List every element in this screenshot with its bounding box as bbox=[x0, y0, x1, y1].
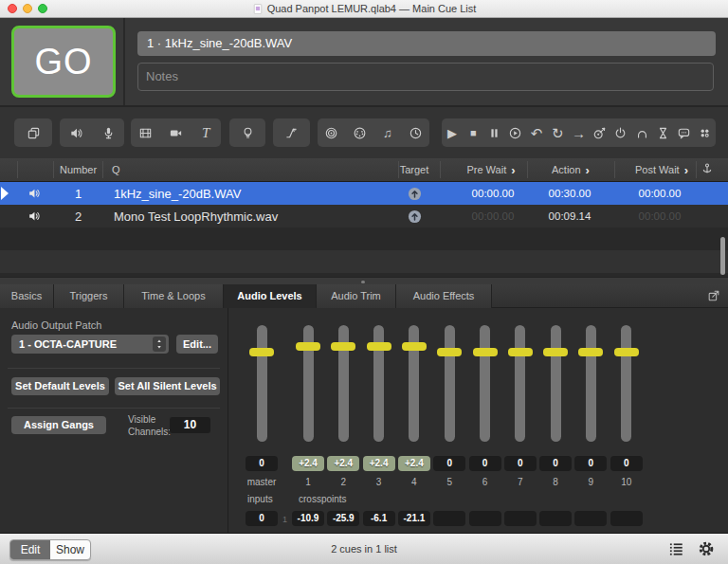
column-header-number[interactable]: Number bbox=[54, 158, 102, 181]
network-cue-button[interactable] bbox=[318, 118, 346, 147]
chevron-right-icon[interactable]: › bbox=[684, 163, 688, 177]
tab-triggers[interactable]: Triggers bbox=[54, 284, 124, 308]
splitter-handle[interactable] bbox=[0, 277, 728, 284]
level-value-4[interactable]: +2.4 bbox=[398, 456, 430, 471]
camera-cue-button[interactable] bbox=[161, 118, 191, 147]
fader-track-5[interactable] bbox=[445, 325, 455, 442]
chevron-right-icon[interactable]: › bbox=[586, 163, 590, 177]
crosspoint-value-8[interactable] bbox=[539, 511, 572, 526]
midi-file-cue-button[interactable]: ♫ bbox=[373, 118, 402, 147]
settings-button[interactable] bbox=[698, 540, 715, 561]
level-value-7[interactable]: 0 bbox=[504, 456, 537, 471]
memo-cue-button[interactable] bbox=[695, 118, 716, 147]
fader-handle-1[interactable] bbox=[296, 342, 320, 351]
cue-row[interactable]: 2Mono Test LoopRhythmic.wav00:00.0000:09… bbox=[0, 205, 728, 227]
notes-field[interactable]: Notes bbox=[137, 63, 714, 91]
wait-cue-button[interactable] bbox=[652, 118, 673, 147]
fader-track-8[interactable] bbox=[551, 325, 561, 442]
stop-cue-button[interactable]: ■ bbox=[463, 118, 483, 147]
goto-cue-button[interactable]: → bbox=[568, 118, 589, 147]
level-value-9[interactable]: 0 bbox=[574, 456, 607, 471]
detach-panel-button[interactable] bbox=[707, 289, 720, 306]
crosspoint-value-9[interactable] bbox=[574, 511, 607, 526]
light-cue-button[interactable] bbox=[229, 118, 265, 147]
fader-handle-2[interactable] bbox=[331, 342, 355, 351]
fader-track-master[interactable] bbox=[257, 325, 267, 442]
column-header-action[interactable]: Action› bbox=[527, 158, 614, 181]
column-header-post-wait[interactable]: Post Wait› bbox=[614, 158, 709, 181]
video-cue-button[interactable] bbox=[131, 118, 161, 147]
cue-lists-button[interactable] bbox=[667, 540, 684, 561]
mic-cue-button[interactable] bbox=[92, 118, 124, 147]
script-cue-button[interactable] bbox=[674, 118, 695, 147]
cue-row[interactable]: 11kHz_sine_-20dB.WAV00:00.0000:30.0000:0… bbox=[0, 182, 728, 205]
cue-title-field[interactable]: 1 · 1kHz_sine_-20dB.WAV bbox=[137, 31, 716, 56]
pause-cue-button[interactable] bbox=[483, 118, 504, 147]
load-cue-button[interactable]: ↻ bbox=[547, 118, 568, 147]
fader-handle-10[interactable] bbox=[614, 348, 639, 356]
reset-cue-button[interactable]: ↶ bbox=[526, 118, 547, 147]
edit-mode-button[interactable]: Edit bbox=[10, 540, 50, 559]
fader-handle-8[interactable] bbox=[543, 348, 568, 356]
assign-gangs-button[interactable]: Assign Gangs bbox=[11, 416, 106, 434]
visible-channels-field[interactable]: 10 bbox=[170, 417, 210, 433]
tab-audio-levels[interactable]: Audio Levels bbox=[224, 284, 317, 309]
fader-track-9[interactable] bbox=[586, 325, 596, 442]
set-all-silent-levels-button[interactable]: Set All Silent Levels bbox=[115, 377, 220, 395]
crosspoint-value-10[interactable] bbox=[610, 511, 643, 526]
play-cue-button[interactable]: ▶ bbox=[442, 118, 463, 147]
minimize-button[interactable] bbox=[23, 4, 32, 13]
fader-track-7[interactable] bbox=[515, 325, 525, 442]
fader-handle-5[interactable] bbox=[437, 348, 462, 356]
level-value-5[interactable]: 0 bbox=[433, 456, 465, 471]
crosspoint-value-3[interactable]: -6.1 bbox=[363, 511, 395, 526]
crosspoint-value-6[interactable] bbox=[469, 511, 501, 526]
column-header-status[interactable] bbox=[698, 158, 717, 181]
column-header-target[interactable]: Target bbox=[386, 158, 443, 181]
audio-output-patch-select[interactable]: 1 - OCTA-CAPTURE bbox=[11, 335, 169, 354]
fader-handle-master[interactable] bbox=[249, 348, 274, 356]
midi-cue-button[interactable] bbox=[346, 118, 374, 147]
close-button[interactable] bbox=[8, 4, 17, 13]
chevron-right-icon[interactable]: › bbox=[511, 163, 515, 177]
fader-handle-4[interactable] bbox=[402, 342, 427, 351]
edit-patch-button[interactable]: Edit... bbox=[176, 335, 218, 354]
tab-time-loops[interactable]: Time & Loops bbox=[124, 284, 224, 308]
column-header-pre-wait[interactable]: Pre Wait› bbox=[442, 158, 540, 181]
tab-audio-effects[interactable]: Audio Effects bbox=[396, 284, 492, 308]
level-value-2[interactable]: +2.4 bbox=[327, 456, 359, 471]
level-value-1[interactable]: +2.4 bbox=[292, 456, 324, 471]
level-value-3[interactable]: +2.4 bbox=[363, 456, 395, 471]
timecode-cue-button[interactable] bbox=[402, 118, 430, 147]
crosspoint-value-1[interactable]: -10.9 bbox=[292, 511, 324, 526]
fader-handle-3[interactable] bbox=[367, 342, 391, 351]
fader-track-6[interactable] bbox=[480, 325, 490, 442]
audio-cue-button[interactable] bbox=[60, 118, 92, 147]
tab-basics[interactable]: Basics bbox=[0, 284, 54, 308]
show-mode-button[interactable]: Show bbox=[50, 540, 90, 559]
column-header-q[interactable]: Q bbox=[112, 158, 320, 181]
level-value-6[interactable]: 0 bbox=[469, 456, 501, 471]
level-value-8[interactable]: 0 bbox=[539, 456, 572, 471]
level-value-10[interactable]: 0 bbox=[610, 456, 643, 471]
cue-target-icon[interactable] bbox=[407, 182, 422, 205]
input-level-value[interactable]: 0 bbox=[246, 511, 278, 526]
scrollbar-thumb[interactable] bbox=[720, 237, 725, 275]
cue-target-icon[interactable] bbox=[407, 205, 422, 227]
group-cue-button[interactable] bbox=[14, 118, 52, 147]
crosspoint-value-2[interactable]: -25.9 bbox=[327, 511, 359, 526]
fader-handle-9[interactable] bbox=[578, 348, 603, 356]
tab-audio-trim[interactable]: Audio Trim bbox=[317, 284, 396, 308]
crosspoint-value-4[interactable]: -21.1 bbox=[398, 511, 430, 526]
fader-handle-7[interactable] bbox=[508, 348, 533, 356]
crosspoint-value-5[interactable] bbox=[433, 511, 465, 526]
devamp-cue-button[interactable] bbox=[505, 118, 526, 147]
set-default-levels-button[interactable]: Set Default Levels bbox=[11, 377, 109, 395]
start-cue-button[interactable] bbox=[610, 118, 631, 147]
target-cue-button[interactable] bbox=[590, 118, 610, 147]
arm-cue-button[interactable] bbox=[631, 118, 652, 147]
fader-handle-6[interactable] bbox=[473, 348, 498, 356]
fade-cue-button[interactable] bbox=[273, 118, 310, 147]
crosspoint-value-7[interactable] bbox=[504, 511, 537, 526]
go-button[interactable]: GO bbox=[11, 26, 116, 98]
